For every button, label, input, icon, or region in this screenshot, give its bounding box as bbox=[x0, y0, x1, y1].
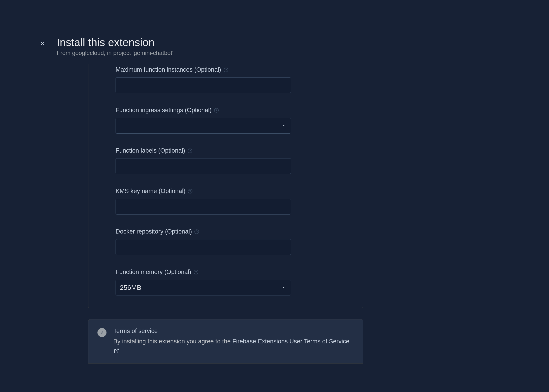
field-labels: Function labels (Optional) bbox=[116, 147, 336, 174]
terms-title: Terms of service bbox=[113, 328, 354, 335]
max-instances-input[interactable] bbox=[116, 77, 291, 93]
max-instances-label: Maximum function instances (Optional) bbox=[116, 66, 336, 73]
chevron-down-icon bbox=[281, 122, 286, 130]
field-docker: Docker repository (Optional) bbox=[116, 228, 336, 255]
help-icon[interactable] bbox=[223, 67, 228, 72]
ingress-select[interactable] bbox=[116, 118, 291, 134]
help-icon[interactable] bbox=[194, 229, 199, 234]
page-subtitle: From googlecloud, in project 'gemini-cha… bbox=[57, 49, 173, 56]
info-icon: i bbox=[98, 328, 106, 337]
chevron-down-icon bbox=[281, 284, 286, 291]
page-title: Install this extension bbox=[57, 36, 173, 49]
terms-description: By installing this extension you agree t… bbox=[113, 337, 354, 355]
close-button[interactable] bbox=[38, 40, 47, 48]
terms-of-service-panel: i Terms of service By installing this ex… bbox=[88, 319, 363, 364]
external-link-icon bbox=[114, 348, 119, 354]
page-header: Install this extension From googlecloud,… bbox=[0, 0, 549, 56]
kms-input[interactable] bbox=[116, 199, 291, 215]
header-text: Install this extension From googlecloud,… bbox=[57, 36, 173, 56]
help-icon[interactable] bbox=[214, 108, 219, 113]
close-icon bbox=[39, 40, 46, 48]
labels-input[interactable] bbox=[116, 158, 291, 174]
ingress-label: Function ingress settings (Optional) bbox=[116, 107, 336, 114]
docker-label: Docker repository (Optional) bbox=[116, 228, 336, 235]
svg-line-14 bbox=[116, 349, 119, 351]
memory-label: Function memory (Optional) bbox=[116, 269, 336, 276]
help-icon[interactable] bbox=[194, 270, 198, 275]
help-icon[interactable] bbox=[188, 189, 193, 194]
docker-input[interactable] bbox=[116, 239, 291, 255]
labels-label: Function labels (Optional) bbox=[116, 147, 336, 154]
field-ingress: Function ingress settings (Optional) bbox=[116, 107, 336, 134]
help-icon[interactable] bbox=[187, 148, 192, 153]
kms-label: KMS key name (Optional) bbox=[116, 188, 336, 195]
field-max-instances: Maximum function instances (Optional) bbox=[116, 64, 336, 93]
terms-text: Terms of service By installing this exte… bbox=[113, 328, 354, 355]
form-container: Maximum function instances (Optional) Fu… bbox=[88, 64, 363, 308]
memory-select[interactable]: 256MB bbox=[116, 280, 291, 295]
field-memory: Function memory (Optional) 256MB bbox=[116, 269, 336, 295]
field-kms: KMS key name (Optional) bbox=[116, 188, 336, 215]
